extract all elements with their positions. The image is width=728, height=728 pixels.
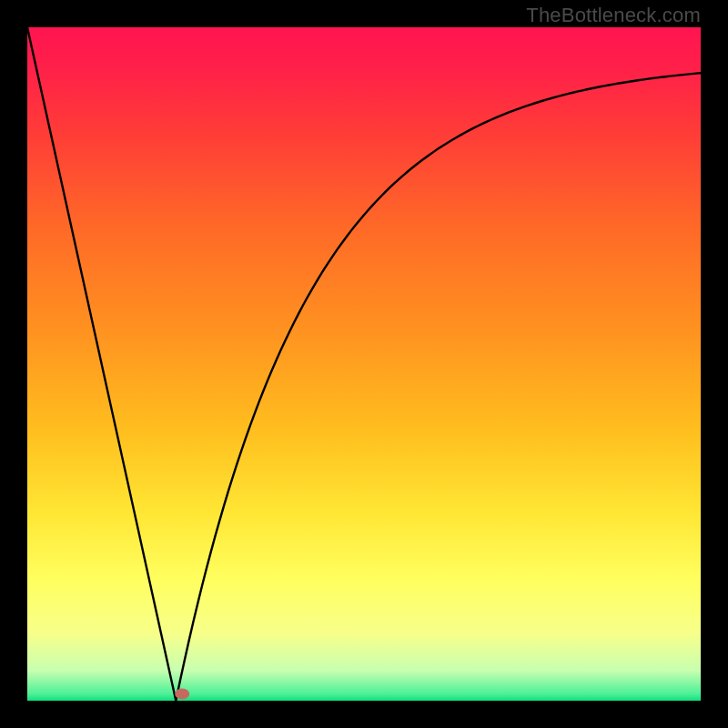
plot-area [27, 27, 701, 701]
watermark-text: TheBottleneck.com [526, 4, 701, 27]
chart-svg [27, 27, 701, 701]
gradient-background [27, 27, 701, 701]
chart-frame: TheBottleneck.com [0, 0, 728, 728]
minimum-marker [175, 689, 189, 700]
